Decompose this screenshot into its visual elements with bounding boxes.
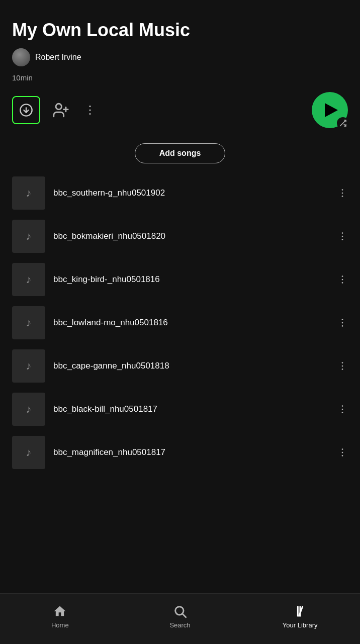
more-icon [83,104,97,117]
svg-point-13 [342,232,343,234]
svg-point-20 [342,322,343,323]
svg-point-21 [342,325,343,327]
music-note-icon: ♪ [26,187,32,200]
avatar [12,48,30,66]
svg-point-5 [89,105,91,107]
controls-row [12,92,348,128]
svg-point-2 [56,104,61,109]
page-title: My Own Local Music [12,20,348,40]
track-name: bbc_lowland-mo_nhu0501816 [53,318,329,328]
track-thumbnail: ♪ [12,263,45,296]
track-item[interactable]: ♪ bbc_magnificen_nhu0501817 [12,431,348,474]
track-thumbnail: ♪ [12,220,45,253]
track-name: bbc_king-bird-_nhu0501816 [53,274,329,285]
svg-point-25 [342,405,343,407]
track-item[interactable]: ♪ bbc_black-bill_nhu0501817 [12,388,348,431]
track-more-icon [337,360,348,372]
download-button[interactable] [12,96,40,124]
track-name: bbc_bokmakieri_nhu0501820 [53,231,329,241]
play-shuffle-group [312,92,348,128]
svg-point-18 [342,282,343,284]
home-label: Home [51,621,69,629]
track-more-icon [337,274,348,285]
track-more-icon [337,188,348,199]
library-icon [293,604,307,618]
track-more-button[interactable] [337,188,348,199]
music-note-icon: ♪ [26,359,32,373]
track-thumbnail: ♪ [12,306,45,339]
svg-point-19 [342,319,343,320]
add-user-icon [52,102,69,119]
controls-left [12,96,99,124]
track-more-icon [337,317,348,328]
svg-point-6 [89,109,91,111]
svg-point-7 [89,113,91,115]
svg-point-27 [342,412,343,413]
svg-point-28 [342,448,343,450]
music-note-icon: ♪ [26,446,32,459]
svg-point-17 [342,279,343,280]
more-options-button[interactable] [81,104,99,117]
music-note-icon: ♪ [26,273,32,286]
add-songs-button[interactable]: Add songs [135,143,226,163]
svg-point-14 [342,235,343,237]
artist-row: Robert Irvine [12,48,348,66]
svg-point-29 [342,451,343,453]
music-note-icon: ♪ [26,230,32,243]
library-label: Your Library [283,621,318,629]
bottom-navigation: Home Search Your Library [0,593,360,644]
track-thumbnail: ♪ [12,393,45,426]
track-more-button[interactable] [337,447,348,458]
home-icon [53,604,67,618]
track-thumbnail: ♪ [12,176,45,210]
play-button[interactable] [312,92,348,128]
track-name: bbc_southern-g_nhu0501902 [53,188,329,198]
track-item[interactable]: ♪ bbc_lowland-mo_nhu0501816 [12,301,348,344]
track-more-button[interactable] [337,360,348,372]
track-name: bbc_cape-ganne_nhu0501818 [53,361,329,371]
track-item[interactable]: ♪ bbc_cape-ganne_nhu0501818 [12,344,348,388]
svg-line-32 [183,614,186,617]
add-user-button[interactable] [52,102,69,119]
svg-point-22 [342,362,343,363]
duration-label: 10min [12,73,348,82]
nav-search[interactable]: Search [120,594,240,644]
svg-point-24 [342,369,343,370]
track-more-button[interactable] [337,404,348,415]
track-list: ♪ bbc_southern-g_nhu0501902 ♪ bbc_bokmak… [12,171,348,474]
artist-name: Robert Irvine [35,53,81,62]
main-content: My Own Local Music Robert Irvine 10min [0,0,360,593]
svg-point-11 [342,192,343,194]
add-songs-container: Add songs [12,143,348,163]
track-thumbnail: ♪ [12,436,45,469]
track-more-icon [337,447,348,458]
music-note-icon: ♪ [26,316,32,329]
track-name: bbc_magnificen_nhu0501817 [53,447,329,457]
track-item[interactable]: ♪ bbc_bokmakieri_nhu0501820 [12,215,348,258]
search-icon [173,604,187,618]
track-item[interactable]: ♪ bbc_king-bird-_nhu0501816 [12,258,348,301]
svg-point-30 [342,455,343,456]
search-label: Search [169,621,190,629]
download-icon [19,103,33,117]
play-icon [325,103,338,117]
svg-point-12 [342,196,343,197]
music-note-icon: ♪ [26,403,32,416]
shuffle-icon [339,119,347,127]
track-more-icon [337,404,348,415]
svg-point-10 [342,189,343,191]
track-name: bbc_black-bill_nhu0501817 [53,404,329,414]
track-more-button[interactable] [337,317,348,328]
track-item[interactable]: ♪ bbc_southern-g_nhu0501902 [12,171,348,215]
track-more-icon [337,231,348,242]
svg-point-15 [342,239,343,240]
svg-point-26 [342,408,343,410]
track-more-button[interactable] [337,231,348,242]
track-more-button[interactable] [337,274,348,285]
track-thumbnail: ♪ [12,349,45,383]
shuffle-badge [337,117,349,129]
nav-library[interactable]: Your Library [240,594,360,644]
nav-home[interactable]: Home [0,594,120,644]
svg-point-23 [342,365,343,366]
svg-point-16 [342,275,343,277]
